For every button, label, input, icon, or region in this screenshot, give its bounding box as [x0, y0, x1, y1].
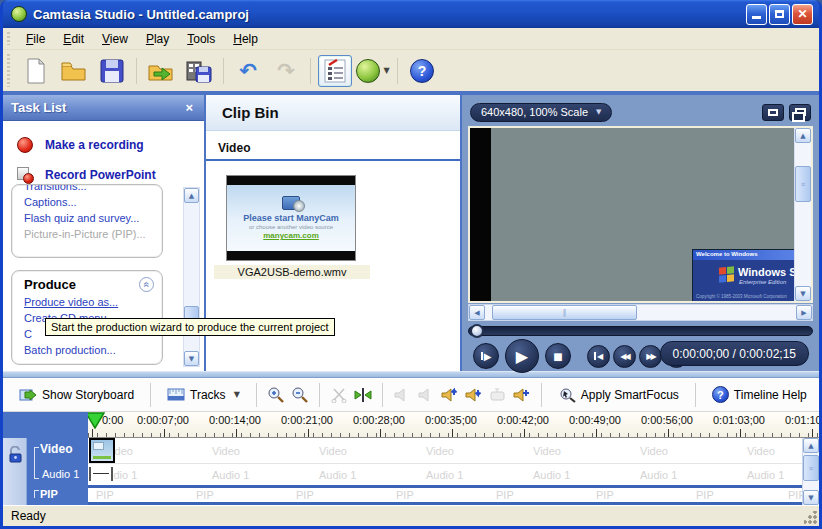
scroll-down-icon[interactable]: ▼ — [803, 490, 819, 505]
add-audio-icon[interactable] — [513, 387, 531, 403]
menu-tools[interactable]: Tools — [178, 30, 224, 48]
step-forward-button[interactable]: ▶ — [473, 343, 499, 369]
video-track-label[interactable]: Video — [40, 442, 72, 456]
timeline-ruler[interactable]: 0:00 0:00:07;00 0:00:14;00 0:00:21;00 0:… — [88, 412, 819, 438]
tracks-vertical-scrollbar[interactable]: ▲ ≡ ▼ — [802, 438, 819, 505]
import-media-button[interactable] — [144, 55, 178, 87]
save-project-button[interactable] — [95, 55, 129, 87]
scrollbar-thumb[interactable]: ≡ — [795, 166, 811, 202]
zoom-out-icon[interactable] — [291, 387, 309, 403]
track-bracket — [34, 490, 39, 498]
scrollbar-thumb[interactable]: ∥ — [492, 305, 637, 320]
produce-video-button[interactable]: ▼ — [356, 55, 390, 87]
camtasia-window: Camtasia Studio - Untitled.camproj ✕ Fil… — [0, 0, 822, 529]
record-dot-icon — [17, 137, 33, 153]
track-content-area[interactable]: Video Video Video Video Video Video Vide… — [88, 438, 802, 505]
scroll-right-icon[interactable]: ▶ — [796, 305, 812, 320]
scrollbar-thumb[interactable]: ≡ — [803, 455, 819, 481]
minimize-icon — [752, 16, 761, 19]
make-a-recording-link[interactable]: Make a recording — [17, 137, 144, 153]
captions-link[interactable]: Captions... — [12, 194, 162, 210]
audio-up-icon[interactable] — [441, 387, 459, 403]
scroll-up-icon[interactable]: ▲ — [795, 128, 811, 143]
scroll-up-icon[interactable]: ▲ — [803, 438, 819, 453]
ruler-tick-label: 0:00:35;00 — [425, 414, 477, 426]
split-icon[interactable] — [354, 387, 372, 403]
menu-help[interactable]: Help — [224, 30, 267, 48]
ruler-tick-label: 0:00:28;00 — [353, 414, 405, 426]
produce-share-button[interactable] — [182, 55, 216, 87]
detach-preview-button[interactable] — [789, 104, 811, 121]
minimize-button[interactable] — [746, 4, 767, 25]
menu-edit[interactable]: Edit — [54, 30, 93, 48]
audio-down-icon[interactable] — [465, 387, 483, 403]
scale-selector[interactable]: 640x480, 100% Scale ▼ — [470, 103, 612, 122]
redo-button[interactable]: ↷ — [269, 55, 303, 87]
track-watermark: Audio 1 — [533, 469, 570, 481]
open-project-button[interactable] — [57, 55, 91, 87]
undo-button[interactable]: ↶ — [231, 55, 265, 87]
video-track-row[interactable]: Video Video Video Video Video Video Vide… — [88, 438, 802, 464]
task-list-scrollbar[interactable]: ▲ ≡ ▼ — [183, 187, 200, 367]
track-lock-column[interactable] — [3, 438, 27, 505]
main-toolbar: ↶ ↷ ▼ ? — [3, 50, 819, 91]
transitions-link[interactable]: Transitions... — [12, 184, 162, 194]
clip-thumbnail[interactable]: Please start ManyCam or choose another v… — [226, 175, 356, 261]
menu-view[interactable]: View — [93, 30, 137, 48]
status-text: Ready — [11, 509, 46, 523]
powerpoint-record-icon — [17, 167, 33, 183]
track-watermark: Video — [747, 445, 775, 457]
preview-vertical-scrollbar[interactable]: ▲ ≡ ▼ — [794, 128, 811, 301]
collapse-group-icon[interactable]: « — [139, 277, 154, 292]
pip-track-row[interactable]: PIP PIP PIP PIP PIP PIP PIP PIP — [88, 488, 802, 502]
playhead-marker[interactable] — [88, 412, 105, 429]
help-button[interactable]: ? — [405, 55, 439, 87]
timeline-help-button[interactable]: ? Timeline Help — [706, 383, 813, 406]
pip-track-label[interactable]: PIP — [40, 488, 58, 500]
scroll-up-icon[interactable]: ▲ — [184, 188, 199, 203]
maximize-button[interactable] — [769, 4, 790, 25]
tracks-dropdown-button[interactable]: Tracks ▼ — [161, 384, 246, 406]
toggle-task-list-button[interactable] — [318, 55, 352, 87]
show-storyboard-button[interactable]: Show Storyboard — [13, 384, 140, 406]
resize-grip-icon[interactable] — [804, 511, 817, 524]
track-watermark: Video — [212, 445, 240, 457]
audio-track-label[interactable]: Audio 1 — [42, 468, 79, 480]
timeline-help-icon: ? — [712, 386, 729, 403]
new-project-button[interactable] — [19, 55, 53, 87]
jump-to-start-button[interactable]: ◀ — [587, 345, 610, 368]
rewind-button[interactable]: ◀◀ — [613, 345, 636, 368]
seek-bar[interactable] — [468, 326, 813, 336]
clip-bin-header: Clip Bin — [206, 95, 460, 131]
batch-production-link[interactable]: Batch production... — [12, 342, 162, 358]
zoom-in-icon[interactable] — [267, 387, 285, 403]
fast-forward-button[interactable]: ▶▶ — [639, 345, 662, 368]
horizontal-splitter[interactable] — [3, 371, 819, 378]
task-list-close-icon[interactable]: × — [182, 100, 196, 115]
audio-enhancements-icon — [417, 387, 435, 403]
fit-to-window-button[interactable] — [762, 104, 784, 121]
preview-horizontal-scrollbar[interactable]: ◀ ∥ ▶ — [468, 304, 813, 321]
close-button[interactable]: ✕ — [792, 4, 813, 25]
stop-button[interactable]: ■ — [545, 343, 571, 369]
audio-clip[interactable] — [89, 467, 113, 481]
welcome-product-text: Windows S — [738, 266, 797, 278]
produce-video-as-link[interactable]: Produce video as... — [12, 294, 162, 310]
flash-quiz-link[interactable]: Flash quiz and survey... — [12, 210, 162, 226]
seek-knob[interactable] — [470, 324, 484, 338]
apply-smartfocus-button[interactable]: Apply SmartFocus — [552, 384, 685, 406]
detach-window-icon — [795, 108, 806, 116]
play-button[interactable]: ▶ — [505, 339, 539, 373]
audio-track-row[interactable]: Audio 1 Audio 1 Audio 1 Audio 1 Audio 1 … — [88, 464, 802, 485]
menu-play[interactable]: Play — [137, 30, 178, 48]
scroll-down-icon[interactable]: ▼ — [184, 351, 199, 366]
scroll-left-icon[interactable]: ◀ — [469, 305, 485, 320]
clip-filename[interactable]: VGA2USB-demo.wmv — [214, 265, 370, 279]
record-powerpoint-link[interactable]: Record PowerPoint — [17, 167, 156, 183]
fast-forward-icon: ▶▶ — [646, 352, 654, 361]
video-clip[interactable] — [89, 438, 115, 463]
unlock-icon — [8, 446, 22, 463]
thumb-text-2: or choose another video source — [249, 224, 333, 230]
scroll-down-icon[interactable]: ▼ — [795, 286, 811, 301]
menu-file[interactable]: File — [17, 30, 54, 48]
